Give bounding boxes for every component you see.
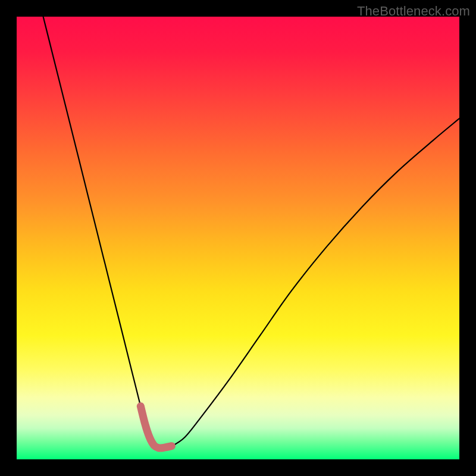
bottleneck-curve-path (43, 17, 459, 448)
watermark-text: TheBottleneck.com (357, 4, 470, 19)
highlight-path (140, 406, 171, 448)
chart-frame (17, 17, 459, 459)
curve-layer (17, 17, 459, 459)
